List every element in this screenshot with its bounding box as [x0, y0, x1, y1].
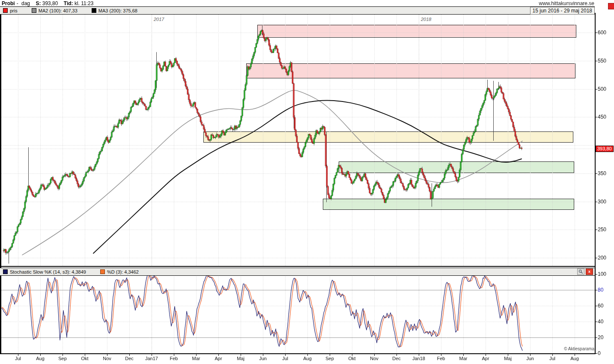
corner-marker — [608, 3, 614, 9]
month-tick-label: Dec — [387, 356, 406, 361]
ma2-series-icon — [32, 8, 36, 13]
website-link[interactable]: www.hittakursvinnare.se — [539, 0, 594, 6]
stoch-tick-label: 80 — [598, 287, 603, 293]
month-tick-label: Nov — [98, 356, 116, 361]
month-tick-label: Nov — [365, 356, 384, 361]
month-tick-label: Mar — [454, 356, 473, 361]
stochastic-d-label: %D (3): 4,3462 — [107, 269, 139, 274]
price-series-icon — [3, 8, 8, 13]
year-label: 2017 — [153, 17, 165, 22]
ma3-series-label: MA3 (200): 375,68 — [98, 8, 137, 13]
month-tick-label: Okt — [343, 356, 361, 361]
last-value: 393,80 — [42, 0, 58, 6]
time-value: kl. 11:23 — [75, 0, 93, 6]
month-tick-label: Apr — [209, 356, 228, 361]
month-tick-label: Aug — [565, 356, 584, 361]
month-tick-label: Aug — [31, 356, 50, 361]
month-tick-label: Feb — [432, 356, 450, 361]
month-tick-label: Jul — [276, 356, 295, 361]
price-tick-label: 250 — [598, 227, 606, 233]
stoch-tick-label: 20 — [598, 334, 603, 340]
time-label: Tid: — [64, 0, 73, 6]
month-tick-label: Maj — [231, 356, 250, 361]
price-tick-label: 500 — [598, 86, 606, 92]
price-tick-label: 200 — [598, 255, 606, 261]
close-icon[interactable]: x — [586, 269, 593, 275]
price-tick-label: 450 — [598, 114, 606, 120]
month-tick-label: Jul — [9, 356, 27, 361]
indicator-toolbar: x — [577, 269, 593, 275]
stochastic-k-label: Stochastic Slow %K (14, s3): 4,3849 — [10, 269, 86, 274]
stochastic-legend-bar: Stochastic Slow %K (14, s3): 4,3849 %D (… — [0, 268, 595, 276]
month-tick-label: Jan17 — [142, 356, 161, 361]
month-tick-label: Jun — [253, 356, 272, 361]
month-tick-label: Okt — [75, 356, 94, 361]
price-tick-label: 300 — [598, 199, 606, 205]
month-tick-label: Sep — [53, 356, 72, 361]
month-tick-label: Sep — [320, 356, 339, 361]
ma3-series-icon — [92, 8, 96, 13]
month-tick-label: Aug — [298, 356, 317, 361]
watermark: © Aktiesparama — [564, 346, 594, 351]
magnifier-icon[interactable] — [577, 269, 584, 275]
title-row: Probi- dag S: 393,80 Tid: kl. 11:23 — [2, 0, 95, 6]
month-tick-label: Mar — [187, 356, 206, 361]
ma2-series-label: MA2 (100): 407,33 — [39, 8, 77, 13]
price-tick-label: 550 — [598, 58, 606, 64]
month-tick-label: Maj — [498, 356, 517, 361]
stochastic-d-icon — [100, 269, 105, 274]
price-tick-label: 350 — [598, 170, 606, 176]
chart-application: Probi- dag S: 393,80 Tid: kl. 11:23 www.… — [0, 0, 614, 364]
stoch-tick-label: 100 — [598, 271, 606, 277]
month-tick-label: Jan18 — [409, 356, 428, 361]
month-tick-label: Apr — [476, 356, 495, 361]
title-dash: - — [17, 0, 18, 6]
year-label: 2018 — [420, 17, 432, 22]
stoch-tick-label: 40 — [598, 319, 603, 325]
stoch-tick-label: 60 — [598, 303, 603, 309]
symbol-name: Probi — [2, 0, 15, 6]
last-label: S: — [36, 0, 41, 6]
price-series-label: pris — [10, 8, 18, 13]
price-legend-bar: pris MA2 (100): 407,33 MA3 (200): 375,68… — [0, 6, 595, 15]
stoch-tick-label: 0 — [598, 350, 601, 356]
last-price-label: 393,80 — [596, 146, 614, 152]
date-range-box: 15 jun 2016 - 29 maj 2018 — [530, 7, 595, 15]
month-tick-label: Jul — [543, 356, 562, 361]
month-tick-label: Feb — [164, 356, 183, 361]
month-tick-label: Dec — [120, 356, 139, 361]
price-tick-label: 600 — [598, 30, 606, 36]
stochastic-k-icon — [3, 269, 8, 274]
chart-canvas[interactable] — [0, 0, 614, 364]
month-tick-label: Jun — [521, 356, 539, 361]
timeframe-label[interactable]: dag — [21, 0, 30, 6]
